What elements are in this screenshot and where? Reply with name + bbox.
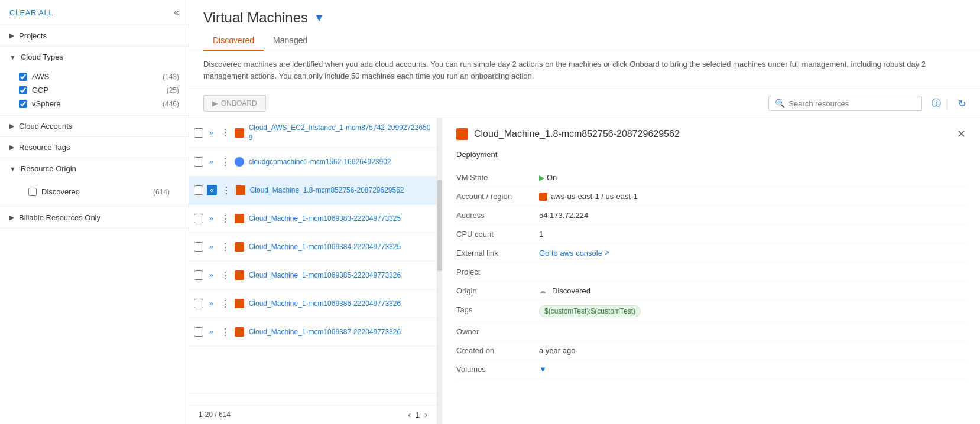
billable-chevron-icon: ▶ <box>9 214 14 221</box>
projects-section: ▶ Projects <box>0 25 189 47</box>
row-expand-icon[interactable]: » <box>207 156 216 167</box>
table-row-empty <box>189 347 437 394</box>
row-menu-icon[interactable]: ⋮ <box>218 297 232 311</box>
row-expand-icon[interactable]: » <box>207 298 216 309</box>
vm-state-value: ▶ On <box>539 173 966 182</box>
cpu-count-row: CPU count 1 <box>456 225 966 244</box>
row-checkbox[interactable] <box>194 270 203 280</box>
gcp-checkbox[interactable] <box>19 86 27 94</box>
cpu-count-value: 1 <box>539 230 966 239</box>
scrollbar-track[interactable] <box>437 118 442 424</box>
gcp-label: GCP <box>32 86 167 94</box>
info-icon[interactable]: ⓘ <box>932 97 941 110</box>
table-row[interactable]: » ⋮ cloudgcpmachine1-mcm1562-16626492390… <box>189 148 437 177</box>
table-body: » ⋮ Cloud_AWS_EC2_Instance_1-mcm875742-2… <box>189 118 437 405</box>
cloud-types-header[interactable]: ▼ Cloud Types <box>0 47 189 67</box>
row-expand-icon[interactable]: » <box>207 213 216 224</box>
row-expand-icon[interactable]: » <box>207 327 216 337</box>
row-checkbox[interactable] <box>194 185 203 195</box>
volumes-value: ▼ <box>539 365 966 374</box>
detail-close-button[interactable]: ✕ <box>957 128 966 141</box>
account-region-label: Account / region <box>456 192 539 201</box>
table-row[interactable]: » ⋮ Cloud_Machine_1-mcm1069385-222049773… <box>189 262 437 290</box>
cloud-accounts-header[interactable]: ▶ Cloud Accounts <box>0 116 189 136</box>
table-row[interactable]: » ⋮ Cloud_Machine_1-mcm1069383-222049773… <box>189 205 437 233</box>
discovered-filter-item: Discovered (614) <box>19 181 179 202</box>
row-menu-icon[interactable]: ⋮ <box>218 155 232 169</box>
discovered-label: Discovered <box>41 187 153 196</box>
aws-count: (143) <box>163 73 179 81</box>
row-name: Cloud_Machine_1-mcm1069387-222049773326 <box>249 327 432 337</box>
account-region-row: Account / region aws-us-east-1 / us-east… <box>456 187 966 206</box>
table-row[interactable]: » ⋮ Cloud_Machine_1-mcm1069386-222049773… <box>189 290 437 318</box>
row-checkbox[interactable] <box>194 128 203 138</box>
prev-page-button[interactable]: ‹ <box>408 410 411 419</box>
onboard-icon: ▶ <box>212 99 218 107</box>
projects-label: Projects <box>19 31 47 40</box>
row-checkbox[interactable] <box>194 299 203 308</box>
resource-tags-header[interactable]: ▶ Resource Tags <box>0 137 189 158</box>
row-expand-icon[interactable]: » <box>207 128 216 138</box>
clear-all-button[interactable]: CLEAR ALL <box>9 8 53 17</box>
main-content: Virtual Machines ▼ Discovered Managed Di… <box>189 0 980 424</box>
row-checkbox[interactable] <box>194 214 203 223</box>
row-type-icon <box>235 327 244 337</box>
aws-checkbox[interactable] <box>19 73 27 81</box>
table-row[interactable]: » ⋮ Cloud_AWS_EC2_Instance_1-mcm875742-2… <box>189 118 437 148</box>
row-menu-icon[interactable]: ⋮ <box>218 212 232 226</box>
address-row: Address 54.173.72.224 <box>456 206 966 225</box>
owner-row: Owner <box>456 322 966 341</box>
sidebar-collapse-icon[interactable]: « <box>174 7 179 18</box>
table-row[interactable]: » ⋮ Cloud_Machine_1-mcm1069387-222049773… <box>189 318 437 347</box>
row-menu-icon[interactable]: ⋮ <box>218 325 232 339</box>
row-menu-icon[interactable]: ⋮ <box>218 240 232 254</box>
next-page-button[interactable]: › <box>424 410 427 419</box>
row-expand-icon[interactable]: » <box>207 242 216 252</box>
search-input[interactable] <box>788 99 916 108</box>
project-row: Project <box>456 263 966 282</box>
projects-header[interactable]: ▶ Projects <box>0 25 189 46</box>
vm-state-text: On <box>547 173 557 182</box>
toolbar: ▶ ONBOARD 🔍 ⓘ | ↻ <box>189 89 980 118</box>
created-on-label: Created on <box>456 346 539 355</box>
table-row[interactable]: « ⋮ Cloud_Machine_1.8-mcm852756-20872962… <box>189 177 437 205</box>
row-menu-icon[interactable]: ⋮ <box>218 269 232 282</box>
row-type-icon <box>235 242 244 252</box>
resource-origin-label: Resource Origin <box>21 164 76 173</box>
cloud-icon: ☁ <box>539 287 546 295</box>
vsphere-checkbox[interactable] <box>19 100 27 108</box>
resource-origin-header[interactable]: ▼ Resource Origin <box>0 158 189 179</box>
address-value: 54.173.72.224 <box>539 211 966 220</box>
page-title: Virtual Machines <box>203 9 308 26</box>
scrollbar-thumb[interactable] <box>437 180 442 271</box>
cloud-accounts-section: ▶ Cloud Accounts <box>0 116 189 137</box>
account-region-value: aws-us-east-1 / us-east-1 <box>539 192 966 201</box>
tab-discovered[interactable]: Discovered <box>203 31 264 51</box>
cloud-types-chevron-icon: ▼ <box>9 54 16 61</box>
row-expand-icon[interactable]: « <box>207 185 217 195</box>
row-menu-icon[interactable]: ⋮ <box>219 184 233 197</box>
volumes-row: Volumes ▼ <box>456 360 966 379</box>
billable-section: ▶ Billable Resources Only <box>0 207 189 229</box>
vm-state-row: VM State ▶ On <box>456 168 966 187</box>
row-menu-icon[interactable]: ⋮ <box>218 126 232 139</box>
row-checkbox[interactable] <box>194 157 203 167</box>
origin-value: ☁ Discovered <box>539 286 966 295</box>
refresh-icon[interactable]: ↻ <box>958 98 966 109</box>
table-row[interactable]: » ⋮ Cloud_Machine_1-mcm1069384-222049773… <box>189 233 437 262</box>
row-checkbox[interactable] <box>194 242 203 252</box>
vsphere-label: vSphere <box>32 99 163 108</box>
cloud-types-label: Cloud Types <box>21 53 63 61</box>
volumes-expand-icon[interactable]: ▼ <box>539 365 547 374</box>
filter-icon[interactable]: ▼ <box>314 12 324 24</box>
row-expand-icon[interactable]: » <box>207 270 216 281</box>
row-checkbox[interactable] <box>194 327 203 337</box>
billable-header[interactable]: ▶ Billable Resources Only <box>0 207 189 228</box>
tab-managed[interactable]: Managed <box>264 31 317 51</box>
aws-console-link[interactable]: Go to aws console ↗ <box>539 249 609 257</box>
cloud-types-items: AWS (143) GCP (25) vSphere (446) <box>0 67 189 115</box>
external-link-row: External link Go to aws console ↗ <box>456 244 966 263</box>
discovered-checkbox[interactable] <box>28 188 37 196</box>
onboard-button[interactable]: ▶ ONBOARD <box>203 95 266 112</box>
deployment-section-title: Deployment <box>456 150 966 161</box>
